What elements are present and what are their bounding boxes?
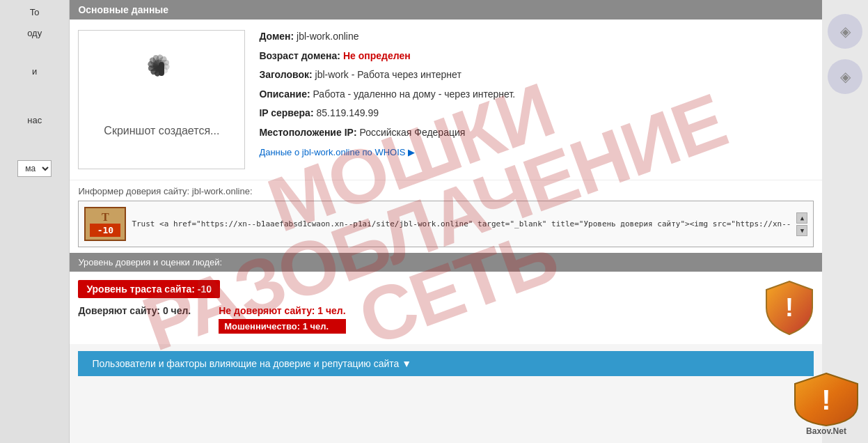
shield-area: ! [765, 280, 814, 336]
domain-value: jbl-work.online [297, 31, 358, 42]
section-title: Основные данные [78, 4, 168, 15]
whois-row[interactable]: Данные о jbl-work.online по WHOIS ▶ [259, 146, 814, 160]
whois-link[interactable]: Данные о jbl-work.online по WHOIS ▶ [259, 147, 415, 157]
scroll-up-arrow[interactable]: ▲ [796, 212, 807, 224]
location-row: Местоположение IP: Российская Федерация [259, 126, 814, 140]
no-trust-text: Не доверяют сайту: 1 чел. [219, 305, 345, 316]
trust-header-text: Уровень доверия и оценки людей: [78, 257, 222, 267]
trust-stat-right: Не доверяют сайту: 1 чел. Мошенничество:… [219, 305, 345, 334]
expand-factors-button[interactable]: Пользователи и факторы влияющие на довер… [78, 351, 814, 376]
trust-left: Уровень траста сайта: -10 Доверяют сайту… [78, 280, 751, 334]
ip-label: IP сервера: [259, 107, 313, 118]
domain-row: Домен: jbl-work.online [259, 30, 814, 44]
right-decoration-1: ◈ [828, 14, 862, 49]
description-row: Описание: Работа - удаленно на дому - че… [259, 88, 814, 102]
domain-info: Домен: jbl-work.online Возраст домена: Н… [259, 30, 814, 169]
informer-section: Информер доверия сайту: jbl-work.online:… [70, 180, 822, 253]
baxov-text: Baxov.Net [791, 426, 861, 436]
trust-section-header: Уровень доверия и оценки людей: [70, 253, 822, 272]
age-row: Возраст домена: Не определен [259, 49, 814, 63]
title-value: jbl-work - Работа через интернет [315, 69, 461, 80]
trust-badge-num: -10 [90, 224, 120, 237]
age-label: Возраст домена: [259, 50, 340, 61]
location-value: Российская Федерация [359, 127, 465, 138]
informer-label: Информер доверия сайту: jbl-work.online: [78, 186, 814, 196]
trust-stats: Доверяют сайту: 0 чел. Не доверяют сайту… [78, 305, 751, 334]
svg-text:!: ! [785, 293, 794, 322]
description-value: Работа - удаленно на дому - через интерн… [313, 88, 515, 100]
informer-code-box: T -10 Trust <a href="https://xn--b1aaefa… [78, 201, 814, 247]
screenshot-placeholder-text: Скриншот создается... [104, 125, 219, 137]
trust-level-badge: Уровень траста сайта: -10 [78, 280, 220, 298]
description-label: Описание: [259, 88, 310, 100]
trust-badge-t: T [90, 211, 120, 224]
domain-label: Домен: [259, 31, 294, 42]
left-sidebar: To оду и нас ма [0, 0, 70, 443]
sidebar-label-odu: оду [27, 28, 42, 38]
dropdown-select[interactable]: ма [17, 160, 52, 177]
section-header: Основные данные [70, 0, 822, 20]
ip-value: 85.119.149.99 [316, 107, 379, 118]
scrollbar[interactable]: ▲ ▼ [796, 212, 807, 236]
trust-badge: T -10 [84, 207, 126, 241]
baxov-shield-icon: ! [791, 371, 861, 427]
informer-code-text: Trust <a href="https://xn--b1aaefabsd1cw… [132, 219, 791, 228]
trust-stat-trust: Доверяют сайту: 0 чел. [78, 305, 191, 316]
screenshot-box: Скриншот создается... [78, 30, 245, 169]
sidebar-label-i: и [32, 66, 37, 77]
location-label: Местоположение IP: [259, 127, 356, 138]
sidebar-label-nas: нас [27, 115, 42, 125]
ip-row: IP сервера: 85.119.149.99 [259, 107, 814, 121]
shield-icon: ! [765, 280, 814, 336]
decoration-icon-1: ◈ [840, 23, 851, 40]
baxov-logo: ! Baxov.Net [791, 371, 861, 436]
loading-spinner [134, 62, 189, 118]
title-label: Заголовок: [259, 69, 312, 80]
fraud-badge: Мошенничество: 1 чел. [219, 319, 345, 334]
bottom-button-area: Пользователи и факторы влияющие на довер… [70, 344, 822, 383]
content-area: Основные данные [70, 0, 822, 443]
trust-content: Уровень траста сайта: -10 Доверяют сайту… [70, 272, 822, 344]
scroll-down-arrow[interactable]: ▼ [796, 225, 807, 236]
decoration-icon-2: ◈ [840, 68, 851, 85]
age-value: Не определен [343, 50, 411, 61]
sidebar-label-to: To [30, 7, 40, 17]
svg-text:!: ! [821, 384, 830, 415]
right-decoration-2: ◈ [828, 59, 862, 94]
title-row: Заголовок: jbl-work - Работа через интер… [259, 68, 814, 82]
info-block: Скриншот создается... Домен: jbl-work.on… [70, 20, 822, 180]
